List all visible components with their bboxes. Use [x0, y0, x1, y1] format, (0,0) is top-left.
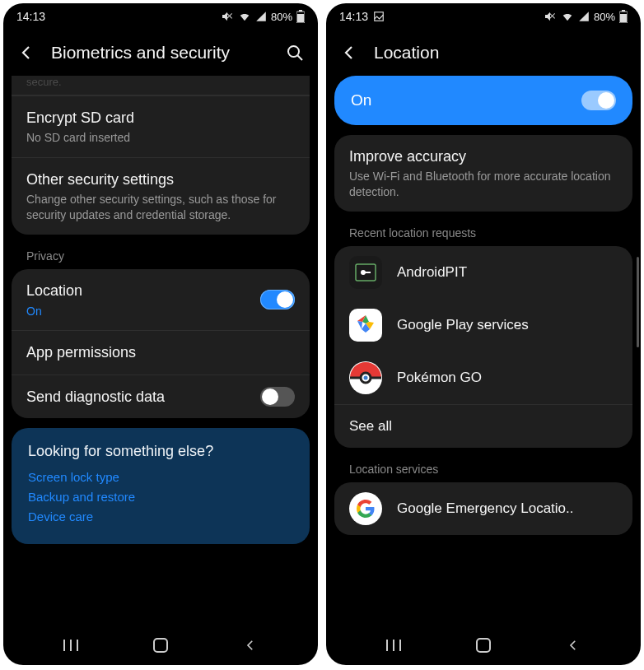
- improve-accuracy-card: Improve accuracy Use Wi-Fi and Bluetooth…: [334, 135, 632, 212]
- svg-rect-23: [477, 639, 490, 652]
- svg-point-3: [288, 46, 299, 57]
- battery-icon: [296, 10, 305, 23]
- status-time: 14:13: [339, 10, 368, 23]
- row-improve-accuracy[interactable]: Improve accuracy Use Wi-Fi and Bluetooth…: [334, 135, 632, 212]
- privacy-card: Location On App permissions Send diagnos…: [12, 269, 310, 418]
- svg-rect-11: [622, 10, 625, 12]
- row-app-permissions[interactable]: App permissions: [12, 330, 310, 374]
- service-name: Google Emergency Locatio..: [397, 500, 574, 517]
- app-name: Google Play services: [397, 317, 529, 333]
- row-title: Encrypt SD card: [26, 108, 295, 128]
- nav-recents[interactable]: [384, 635, 404, 655]
- row-location[interactable]: Location On: [12, 269, 310, 330]
- svg-rect-8: [154, 639, 167, 652]
- location-toggle[interactable]: [260, 290, 295, 309]
- screenshot-icon: [373, 11, 385, 22]
- app-name: AndroidPIT: [397, 264, 467, 281]
- nav-bar: [326, 626, 641, 665]
- battery-percent: 80%: [271, 11, 292, 23]
- svg-rect-2: [297, 14, 304, 22]
- mute-icon: [544, 10, 557, 23]
- app-row-pokemon-go[interactable]: Pokémon GO: [334, 351, 632, 404]
- scrollbar[interactable]: [637, 257, 639, 347]
- page-title: Biometrics and security: [51, 43, 270, 63]
- section-services: Location services: [334, 458, 632, 477]
- pokemon-go-icon: [349, 361, 382, 394]
- app-row-androidpit[interactable]: AndroidPIT: [334, 246, 632, 299]
- phone-right: 14:13 80% Location On Improve accuracy U…: [326, 3, 641, 665]
- phone-left: 14:13 80% Biometrics and security secure…: [3, 3, 318, 665]
- row-sub: Change other security settings, such as …: [26, 192, 295, 223]
- nav-back[interactable]: [563, 635, 583, 655]
- row-sub: No SD card inserted: [26, 130, 295, 146]
- signal-icon: [578, 11, 590, 22]
- truncated-text: secure.: [12, 76, 310, 95]
- wifi-icon: [238, 11, 251, 22]
- row-title: App permissions: [26, 342, 295, 362]
- row-title: Send diagnostic data: [26, 387, 250, 407]
- diagnostic-toggle[interactable]: [260, 387, 295, 407]
- toggle-label: On: [351, 91, 371, 109]
- row-send-diagnostic[interactable]: Send diagnostic data: [12, 375, 310, 418]
- master-location-toggle[interactable]: On: [334, 76, 632, 125]
- wifi-icon: [561, 11, 574, 22]
- row-title: Other security settings: [26, 170, 295, 189]
- nav-home[interactable]: [151, 635, 170, 655]
- master-toggle-switch[interactable]: [581, 91, 616, 110]
- androidpit-icon: [349, 256, 382, 289]
- status-bar: 14:13 80%: [3, 3, 318, 30]
- nav-bar: [3, 626, 318, 665]
- svg-rect-1: [299, 10, 302, 12]
- svg-rect-15: [363, 272, 371, 273]
- svg-rect-12: [620, 14, 627, 22]
- row-sub: Use Wi-Fi and Bluetooth for more accurat…: [349, 169, 618, 200]
- link-device-care[interactable]: Device care: [28, 509, 293, 523]
- row-google-emergency[interactable]: Google Emergency Locatio..: [334, 482, 632, 535]
- svg-line-4: [298, 56, 303, 61]
- battery-icon: [619, 10, 628, 23]
- location-services-card: Google Emergency Locatio..: [334, 482, 632, 535]
- app-name: Pokémon GO: [397, 370, 482, 386]
- header: Biometrics and security: [3, 30, 318, 76]
- back-button[interactable]: [16, 43, 36, 63]
- header: Location: [326, 30, 641, 76]
- search-button[interactable]: [285, 43, 305, 63]
- play-services-icon: [349, 309, 382, 342]
- status-bar: 14:13 80%: [326, 3, 641, 30]
- row-encrypt-sd[interactable]: Encrypt SD card No SD card inserted: [12, 95, 310, 157]
- nav-home[interactable]: [474, 635, 493, 655]
- security-card: secure. Encrypt SD card No SD card inser…: [12, 76, 310, 235]
- recent-requests-card: AndroidPIT Google Play services Pokémon …: [334, 246, 632, 448]
- battery-percent: 80%: [594, 11, 615, 23]
- svg-point-19: [364, 376, 368, 380]
- mute-icon: [221, 10, 234, 23]
- link-screen-lock[interactable]: Screen lock type: [28, 470, 293, 484]
- signal-icon: [255, 11, 267, 22]
- row-other-security[interactable]: Other security settings Change other sec…: [12, 157, 310, 235]
- page-title: Location: [374, 43, 628, 63]
- row-title: Location: [26, 281, 250, 300]
- nav-back[interactable]: [240, 635, 260, 655]
- row-title: Improve accuracy: [349, 147, 618, 166]
- section-privacy: Privacy: [12, 244, 310, 264]
- link-backup-restore[interactable]: Backup and restore: [28, 490, 293, 504]
- app-row-play-services[interactable]: Google Play services: [334, 299, 632, 351]
- row-sub: On: [26, 304, 250, 319]
- see-all-button[interactable]: See all: [334, 404, 632, 448]
- status-time: 14:13: [16, 10, 45, 23]
- back-button[interactable]: [339, 43, 359, 63]
- search-icon: [285, 43, 305, 63]
- looking-for-card: Looking for something else? Screen lock …: [12, 428, 310, 544]
- looking-title: Looking for something else?: [28, 443, 293, 460]
- google-icon: [349, 492, 382, 525]
- nav-recents[interactable]: [61, 635, 81, 655]
- section-recent: Recent location requests: [334, 221, 632, 241]
